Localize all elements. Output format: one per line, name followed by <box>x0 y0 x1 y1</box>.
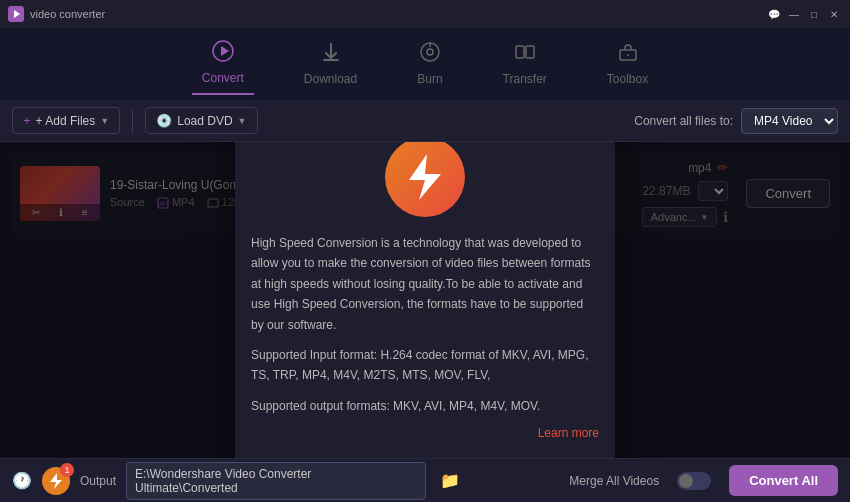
toolbar-right: Convert all files to: MP4 Video <box>634 108 838 134</box>
format-select[interactable]: MP4 Video <box>741 108 838 134</box>
bottom-bar: 🕐 1 Output E:\Wondershare Video Converte… <box>0 458 850 502</box>
nav-label-download: Download <box>304 72 357 86</box>
app-logo <box>8 6 24 22</box>
learn-more-link[interactable]: Learn more <box>251 426 599 440</box>
nav-label-toolbox: Toolbox <box>607 72 648 86</box>
merge-label: Merge All Videos <box>569 474 659 488</box>
chevron-down-icon-dvd: ▼ <box>238 116 247 126</box>
modal-description-2: Supported Input format: H.264 codec form… <box>251 345 599 386</box>
chevron-down-icon: ▼ <box>100 116 109 126</box>
add-files-button[interactable]: + + Add Files ▼ <box>12 107 120 134</box>
window-controls[interactable]: 💬 — □ ✕ <box>766 6 842 22</box>
output-path[interactable]: E:\Wondershare Video Converter Ultimate\… <box>126 462 426 500</box>
nav-label-convert: Convert <box>202 71 244 85</box>
clock-icon[interactable]: 🕐 <box>12 471 32 490</box>
nav-item-download[interactable]: Download <box>294 41 367 94</box>
chat-icon[interactable]: 💬 <box>766 6 782 22</box>
maximize-icon[interactable]: □ <box>806 6 822 22</box>
svg-rect-6 <box>516 46 524 58</box>
nav-item-transfer[interactable]: Transfer <box>493 41 557 94</box>
dvd-icon: 💿 <box>156 113 172 128</box>
toggle-knob <box>679 474 693 488</box>
modal-description-3: Supported output formats: MKV, AVI, MP4,… <box>251 396 599 416</box>
close-icon[interactable]: ✕ <box>826 6 842 22</box>
nav-item-burn[interactable]: Burn <box>407 41 452 94</box>
minimize-icon[interactable]: — <box>786 6 802 22</box>
convert-all-button[interactable]: Convert All <box>729 465 838 496</box>
toolbar: + + Add Files ▼ 💿 Load DVD ▼ Convert all… <box>0 100 850 142</box>
download-nav-icon <box>320 41 342 68</box>
nav-label-transfer: Transfer <box>503 72 547 86</box>
modal-icon-area <box>251 142 599 217</box>
svg-marker-0 <box>14 10 20 18</box>
main-content: ✂ ℹ ≡ 19-Sistar-Loving U(Gom... Source M… <box>0 142 850 458</box>
transfer-nav-icon <box>514 41 536 68</box>
modal-description-1: High Speed Conversion is a technology th… <box>251 233 599 335</box>
burn-nav-icon <box>419 41 441 68</box>
output-label: Output <box>80 474 116 488</box>
top-nav: Convert Download Burn Transfer <box>0 28 850 100</box>
plus-icon: + <box>23 113 31 128</box>
flash-button[interactable]: 1 <box>42 467 70 495</box>
nav-item-toolbox[interactable]: Toolbox <box>597 41 658 94</box>
title-bar-left: video converter <box>8 6 105 22</box>
svg-point-4 <box>427 49 433 55</box>
lightning-icon <box>385 142 465 217</box>
nav-item-convert[interactable]: Convert <box>192 40 254 95</box>
convert-nav-icon <box>212 40 234 67</box>
svg-marker-2 <box>221 46 229 56</box>
modal-body: High Speed Conversion is a technology th… <box>235 142 615 458</box>
title-bar: video converter 💬 — □ ✕ <box>0 0 850 28</box>
app-title: video converter <box>30 8 105 20</box>
toolbox-nav-icon <box>617 41 639 68</box>
load-dvd-button[interactable]: 💿 Load DVD ▼ <box>145 107 257 134</box>
folder-icon[interactable]: 📁 <box>440 471 460 490</box>
nav-label-burn: Burn <box>417 72 442 86</box>
modal-overlay: High Speed Conversion ✕ High Speed Conve… <box>0 142 850 458</box>
flash-badge: 1 <box>60 463 74 477</box>
toolbar-divider <box>132 109 133 133</box>
high-speed-conversion-modal: High Speed Conversion ✕ High Speed Conve… <box>235 142 615 458</box>
svg-rect-7 <box>526 46 534 58</box>
convert-all-files-label: Convert all files to: <box>634 114 733 128</box>
merge-toggle[interactable] <box>677 472 711 490</box>
